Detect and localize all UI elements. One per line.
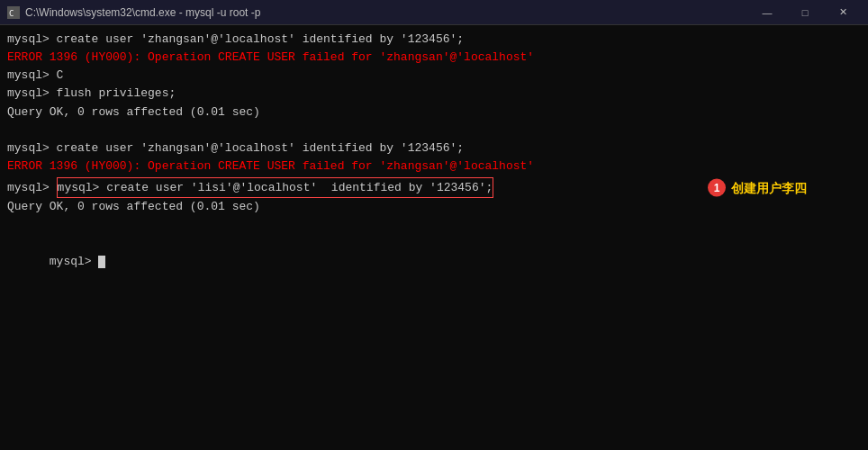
cmd-icon: C [7,6,20,19]
terminal-prompt-line: mysql> [7,235,861,289]
window-controls: — □ ✕ [749,3,861,22]
query-ok-line: Query OK, 0 rows affected (0.01 sec) [7,198,861,216]
empty-line [7,217,861,235]
minimize-button[interactable]: — [749,3,785,22]
highlighted-command: mysql> create user 'lisi'@'localhost' id… [57,177,494,199]
empty-line [7,122,861,140]
close-button[interactable]: ✕ [825,3,861,22]
terminal-body: mysql> create user 'zhangsan'@'localhost… [0,25,868,450]
maximize-button[interactable]: □ [787,3,823,22]
annotation-bubble: 1 创建用户李四 [708,178,807,197]
annotation-label: 创建用户李四 [731,178,807,197]
prompt-prefix: mysql> [7,179,57,197]
window-title: C:\Windows\system32\cmd.exe - mysql -u r… [25,6,260,19]
title-bar-left: C C:\Windows\system32\cmd.exe - mysql -u… [7,6,260,19]
highlighted-command-row: mysql> mysql> create user 'lisi'@'localh… [7,177,861,199]
terminal-line: mysql> flush privileges; [7,85,861,103]
cursor-blink [98,256,105,268]
window: C C:\Windows\system32\cmd.exe - mysql -u… [0,0,868,450]
terminal-line: ERROR 1396 (HY000): Operation CREATE USE… [7,49,861,67]
terminal-line: mysql> create user 'zhangsan'@'localhost… [7,140,861,158]
terminal-line: mysql> C [7,67,861,85]
title-bar: C C:\Windows\system32\cmd.exe - mysql -u… [0,0,868,25]
prompt-text: mysql> [50,255,99,268]
annotation-number: 1 [708,179,726,197]
terminal-line: ERROR 1396 (HY000): Operation CREATE USE… [7,158,861,176]
terminal-line: Query OK, 0 rows affected (0.01 sec) [7,104,861,122]
terminal-line: mysql> create user 'zhangsan'@'localhost… [7,31,861,49]
svg-text:C: C [9,9,14,18]
